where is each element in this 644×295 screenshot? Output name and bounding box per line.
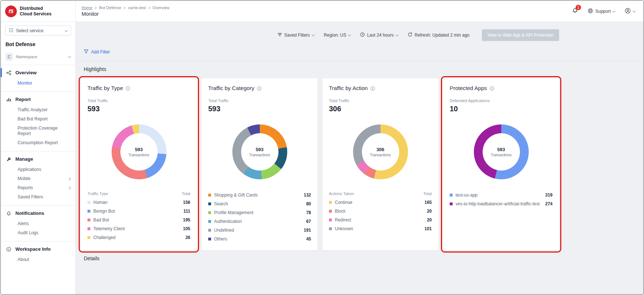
sidebar-section-manage: ManageApplicationsMobileReportsSaved Fil… xyxy=(1,151,75,205)
legend-swatch xyxy=(329,210,332,213)
app-window: f5 Distributed Cloud Services Select ser… xyxy=(0,0,644,295)
add-filter-button[interactable]: Add Filter xyxy=(84,49,110,55)
legend-item[interactable]: Others45 xyxy=(208,235,311,243)
stat-value: 10 xyxy=(450,105,553,113)
legend-item[interactable]: Search80 xyxy=(208,199,311,208)
sidebar-item-mobile[interactable]: Mobile xyxy=(1,174,75,183)
legend-item[interactable]: Challenged26 xyxy=(87,233,190,242)
legend-item[interactable]: Unknown101 xyxy=(329,224,432,233)
card-title: Traffic by Action xyxy=(329,85,368,91)
sidebar-item-bad-bot-report[interactable]: Bad Bot Report xyxy=(1,115,75,124)
sidebar-item-consumption-report[interactable]: Consumption Report xyxy=(1,138,75,148)
stat-value: 593 xyxy=(87,105,190,113)
info-icon[interactable] xyxy=(490,86,494,91)
donut-center: 593Transactions xyxy=(120,133,158,171)
saved-filters-dropdown[interactable]: Saved Filters xyxy=(277,32,314,38)
legend-label: ves-io-http-loadbalancer-artificial-traf… xyxy=(456,201,542,206)
legend-item[interactable]: Shopping & Gift Cards132 xyxy=(208,191,311,199)
breadcrumb-item[interactable]: Home xyxy=(82,5,92,10)
legend-value: 78 xyxy=(306,210,311,215)
breadcrumb-item[interactable]: carrie-test xyxy=(128,5,146,10)
sidebar-item-audit-logs[interactable]: Audit Logs xyxy=(1,228,75,238)
user-menu[interactable] xyxy=(625,8,635,15)
chevron-down-icon xyxy=(68,55,71,58)
legend-label: Human xyxy=(93,200,180,205)
view-in-waap-button[interactable]: View in Web App & API Protection xyxy=(482,29,559,41)
donut-center: 593Transactions xyxy=(241,133,278,171)
sidebar-item-monitor[interactable]: Monitor xyxy=(1,79,75,88)
legend-item[interactable]: ves-io-http-loadbalancer-artificial-traf… xyxy=(450,199,553,208)
breadcrumb-item[interactable]: Bot Defense xyxy=(99,5,121,10)
time-range-dropdown[interactable]: Last 24 hours xyxy=(360,32,398,38)
sidebar-item-label: Consumption Report xyxy=(18,140,70,146)
legend-item[interactable]: Telemetry Client105 xyxy=(87,224,190,233)
sidebar-item-saved-filters[interactable]: Saved Filters xyxy=(1,193,75,202)
sidebar-item-notifications[interactable]: Notifications xyxy=(1,207,75,219)
legend-item[interactable]: Continue165 xyxy=(329,198,432,207)
sidebar-item-label: Protection Coverage Report xyxy=(18,126,70,137)
brand-logo: f5 Distributed Cloud Services xyxy=(1,1,75,22)
legend-label: test-us-app xyxy=(456,193,542,198)
legend-value: 105 xyxy=(183,226,190,231)
legend-swatch xyxy=(87,236,90,239)
sidebar-item-reports[interactable]: Reports xyxy=(1,183,75,193)
sidebar-item-traffic-analyzer[interactable]: Traffic Analyzer xyxy=(1,105,75,115)
donut-center-label: Transactions xyxy=(491,153,512,157)
sidebar-section-label: Notifications xyxy=(15,210,44,216)
sidebar-item-manage[interactable]: Manage xyxy=(1,153,75,165)
notification-badge: 1 xyxy=(576,5,581,10)
legend: Human156Benign Bot111Bad Bot195Telemetry… xyxy=(87,198,190,242)
info-icon[interactable] xyxy=(370,86,375,91)
notifications-bell-button[interactable]: 1 xyxy=(572,7,578,15)
sidebar-item-about[interactable]: About xyxy=(1,255,75,264)
legend-label: Challenged xyxy=(93,235,183,240)
legend-item[interactable]: test-us-app319 xyxy=(450,191,553,199)
legend-value: 156 xyxy=(183,200,190,205)
legend-item[interactable]: Benign Bot111 xyxy=(87,207,190,216)
legend-label: Bad Bot xyxy=(93,217,180,223)
card-traffic-by-type: Traffic by TypeTotal Traffic593593Transa… xyxy=(81,78,197,250)
legend-label: Telemetry Client xyxy=(93,226,180,231)
support-menu[interactable]: Support xyxy=(588,8,615,15)
refresh-button[interactable]: Refresh: Updated 2 min ago xyxy=(408,32,469,38)
sidebar-item-report[interactable]: Report xyxy=(1,93,75,105)
sidebar-item-alerts[interactable]: Alerts xyxy=(1,219,75,228)
legend-item[interactable]: Redirect20 xyxy=(329,216,432,224)
legend-swatch xyxy=(450,202,453,205)
legend-swatch xyxy=(450,194,453,197)
legend-item[interactable]: Authentication67 xyxy=(208,217,311,226)
namespace-selector[interactable]: C Namespace xyxy=(1,50,75,65)
sidebar-item-workspace-info[interactable]: Workspace Info xyxy=(1,243,75,255)
info-icon[interactable] xyxy=(126,86,130,91)
donut-center-value: 593 xyxy=(135,147,143,152)
legend-swatch xyxy=(329,227,332,230)
breadcrumb-item: Overview xyxy=(153,5,169,10)
sidebar-item-protection-coverage-report[interactable]: Protection Coverage Report xyxy=(1,124,75,138)
main-area: Home>Bot Defense>carrie-test>Overview Mo… xyxy=(76,1,643,294)
sidebar-item-overview[interactable]: Overview xyxy=(1,67,75,79)
card-title: Traffic by Type xyxy=(87,85,123,91)
select-service-dropdown[interactable]: Select service xyxy=(5,26,71,36)
manage-icon xyxy=(6,157,12,162)
legend-label: Undefined xyxy=(214,228,301,233)
legend-item[interactable]: Profile Management78 xyxy=(208,208,311,217)
sidebar-item-applications[interactable]: Applications xyxy=(1,165,75,174)
legend-item[interactable]: Bad Bot195 xyxy=(87,216,190,224)
legend-header-right: Total xyxy=(182,191,190,196)
info-icon[interactable] xyxy=(257,86,262,91)
legend: Shopping & Gift Cards132Search80Profile … xyxy=(208,191,311,243)
legend-value: 274 xyxy=(545,201,553,206)
legend-item[interactable]: Human156 xyxy=(87,198,190,207)
legend-swatch xyxy=(208,229,211,232)
user-icon xyxy=(625,8,631,15)
region-dropdown[interactable]: Region: US xyxy=(324,33,351,38)
sidebar-item-label: Alerts xyxy=(18,221,70,227)
card-title: Protected Apps xyxy=(450,85,487,91)
legend-item[interactable]: Block20 xyxy=(329,207,432,216)
stat-label: Defended Applications xyxy=(450,98,553,103)
legend-swatch xyxy=(208,202,211,205)
legend-item[interactable]: Undefined191 xyxy=(208,226,311,235)
top-header: Home>Bot Defense>carrie-test>Overview Mo… xyxy=(76,1,643,22)
legend-value: 80 xyxy=(306,201,311,206)
donut-center: 593Transactions xyxy=(483,133,520,171)
